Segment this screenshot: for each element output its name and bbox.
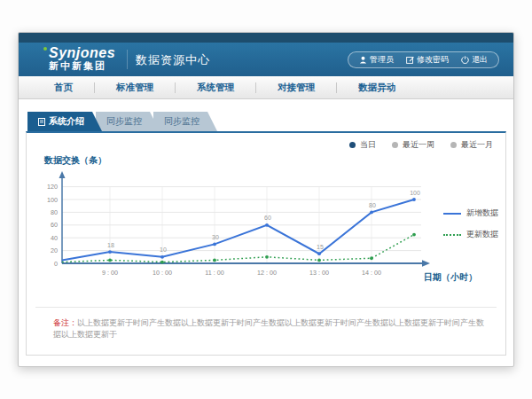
header-divider	[127, 50, 128, 69]
edit-icon	[406, 56, 414, 64]
footnote: 备注：以上数据更新于时间产生数据以上数据更新于时间产生数据以上数据更新于时间产生…	[53, 317, 491, 340]
footnote-text: 以上数据更新于时间产生数据以上数据更新于时间产生数据以上数据更新于时间产生数据以…	[53, 318, 484, 339]
filter-label: 最近一月	[461, 139, 493, 151]
change-password-button[interactable]: 修改密码	[406, 54, 449, 66]
line-chart-canvas: 0204060801001209 : 0010 : 0011 : 0012 : …	[37, 170, 441, 290]
change-password-label: 修改密码	[417, 54, 449, 66]
chart-legend: 新增数据 更新数据	[443, 207, 498, 240]
svg-text:12 : 00: 12 : 00	[257, 269, 277, 277]
app-header: Synjones 新中新集团 数据资源中心 管理员 修改密码	[19, 43, 513, 76]
legend-item-updated-data[interactable]: 更新数据	[443, 229, 498, 240]
nav-item-interface-mgmt[interactable]: 对接管理	[256, 82, 336, 94]
svg-text:120: 120	[47, 183, 58, 191]
svg-text:10: 10	[160, 246, 167, 253]
svg-text:30: 30	[212, 234, 219, 240]
legend-label: 新增数据	[466, 207, 498, 219]
legend-item-new-data[interactable]: 新增数据	[443, 207, 498, 219]
radio-dot-icon	[392, 142, 398, 148]
nav-item-data-change[interactable]: 数据异动	[337, 82, 417, 94]
user-toolbar: 管理员 修改密码 退出	[348, 51, 499, 68]
range-filter-group: 当日 最近一周 最近一月	[349, 139, 493, 151]
header-top-strip	[19, 33, 513, 43]
app-window: Synjones 新中新集团 数据资源中心 管理员 修改密码	[18, 32, 514, 367]
company-logo: Synjones 新中新集团	[49, 45, 115, 72]
legend-line-swatch-green	[443, 234, 461, 236]
legend-label: 更新数据	[466, 229, 498, 240]
svg-text:60: 60	[51, 221, 58, 229]
filter-label: 当日	[360, 139, 376, 151]
chart-panel: 当日 最近一周 最近一月 数据交换（条） 0204060801001209 : …	[26, 131, 506, 356]
legend-line-swatch-blue	[443, 213, 461, 215]
nav-item-system-mgmt[interactable]: 系统管理	[176, 82, 255, 94]
x-axis-title: 日期（小时）	[424, 271, 477, 284]
logout-label: 退出	[472, 54, 488, 66]
footnote-label: 备注：	[53, 318, 77, 327]
filter-last-month[interactable]: 最近一月	[450, 139, 493, 151]
tab-label: 系统介绍	[49, 115, 84, 128]
svg-text:20: 20	[51, 246, 58, 254]
logo-company-name: 新中新集团	[49, 60, 115, 72]
tab-sync-monitor-1[interactable]: 同步监控	[96, 112, 160, 131]
panel-divider	[35, 307, 497, 308]
tab-label: 同步监控	[106, 115, 142, 128]
filter-today[interactable]: 当日	[349, 139, 376, 151]
filter-label: 最近一周	[403, 139, 434, 151]
user-name-label: 管理员	[370, 54, 394, 66]
svg-text:100: 100	[47, 196, 58, 204]
power-icon	[461, 56, 469, 64]
svg-text:100: 100	[410, 190, 420, 196]
tab-label: 同步监控	[164, 115, 200, 128]
filter-last-week[interactable]: 最近一周	[392, 139, 434, 151]
svg-text:18: 18	[107, 242, 114, 248]
svg-text:15: 15	[317, 244, 324, 250]
tab-system-intro[interactable]: 系统介绍	[27, 112, 102, 131]
radio-dot-icon	[349, 142, 356, 148]
logo-accent-dot	[43, 47, 47, 51]
tab-bar: 系统介绍 同步监控 同步监控	[27, 112, 211, 131]
document-icon	[38, 118, 45, 126]
svg-text:13 : 00: 13 : 00	[309, 269, 329, 277]
nav-item-standard-mgmt[interactable]: 标准管理	[95, 82, 175, 94]
radio-dot-icon	[450, 142, 457, 148]
svg-text:10 : 00: 10 : 00	[153, 269, 172, 277]
svg-text:80: 80	[369, 202, 376, 208]
svg-text:9 : 00: 9 : 00	[102, 269, 118, 277]
svg-text:14 : 00: 14 : 00	[362, 269, 381, 277]
user-icon	[359, 56, 367, 64]
tab-sync-monitor-2[interactable]: 同步监控	[153, 112, 217, 131]
svg-text:80: 80	[51, 208, 58, 216]
svg-text:40: 40	[51, 234, 58, 242]
main-nav: 首页 标准管理 系统管理 对接管理 数据异动	[19, 76, 513, 99]
logout-button[interactable]: 退出	[461, 54, 488, 66]
y-axis-title: 数据交换（条）	[44, 154, 106, 167]
current-user[interactable]: 管理员	[359, 54, 394, 66]
page-title: 数据资源中心	[136, 52, 210, 68]
logo-wordmark: Synjones	[49, 45, 115, 60]
svg-text:0: 0	[54, 260, 58, 268]
svg-text:11 : 00: 11 : 00	[205, 269, 223, 277]
svg-text:60: 60	[264, 215, 271, 221]
nav-item-home[interactable]: 首页	[33, 82, 94, 94]
